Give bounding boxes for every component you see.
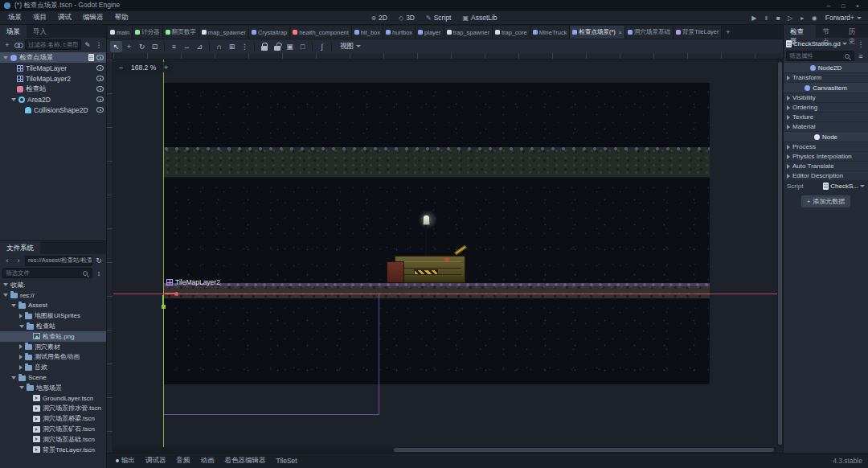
scene-tab[interactable]: 背景TileLayer bbox=[674, 26, 723, 39]
scene-tab[interactable]: 翻页数字 bbox=[163, 26, 199, 39]
panel-audio-button[interactable]: 音频 bbox=[172, 454, 195, 467]
scrollbar-thumb[interactable] bbox=[394, 448, 774, 452]
maximize-button[interactable]: □ bbox=[837, 1, 850, 10]
scene-tree-node[interactable]: CollisionShape2D bbox=[0, 105, 106, 115]
workspace-2d-button[interactable]: ⊕2D bbox=[366, 13, 392, 23]
filesystem-item[interactable]: 背景TileLayer.tscn bbox=[0, 445, 106, 455]
scene-tab-active[interactable]: 检查点场景(*)× bbox=[570, 26, 625, 39]
visibility-toggle-icon[interactable] bbox=[96, 76, 104, 81]
refresh-icon[interactable]: ↻ bbox=[94, 256, 104, 266]
scene-tree-node[interactable]: Area2D bbox=[0, 94, 106, 105]
visibility-toggle-icon[interactable] bbox=[96, 107, 104, 113]
expand-arrow-icon[interactable] bbox=[19, 325, 24, 328]
rotate-tool-button[interactable]: ↻ bbox=[136, 41, 148, 52]
play-custom-scene-button[interactable]: ▸ bbox=[797, 14, 808, 22]
inspector-section[interactable]: Physics Interpolation bbox=[784, 152, 868, 161]
scene-tree-node[interactable]: TileMapLayer bbox=[0, 63, 106, 73]
renderer-dropdown[interactable]: Forward+ bbox=[821, 13, 866, 23]
menu-scene[interactable]: 场景 bbox=[2, 12, 27, 23]
nav-forward-button[interactable]: › bbox=[14, 256, 23, 266]
scene-tab[interactable]: hurtbox bbox=[383, 26, 416, 39]
add-metadata-button[interactable]: +添加元数据 bbox=[801, 195, 851, 207]
panel-animation-button[interactable]: 动画 bbox=[196, 454, 219, 467]
scene-filter-input[interactable] bbox=[28, 41, 78, 48]
tab-import[interactable]: 导入 bbox=[27, 25, 53, 38]
scene-tab[interactable]: 计分器 bbox=[133, 26, 163, 39]
filesystem-item[interactable]: 洞穴场景基础.tscn bbox=[0, 434, 106, 445]
expand-arrow-icon[interactable] bbox=[3, 283, 8, 286]
panel-shader-editor-button[interactable]: 着色器编辑器 bbox=[220, 454, 271, 467]
group-button[interactable]: ▣ bbox=[284, 41, 296, 52]
panel-debugger-button[interactable]: 调试器 bbox=[141, 454, 171, 467]
scene-tab[interactable]: map_spawner bbox=[199, 26, 249, 39]
filesystem-item[interactable]: 地图板UISprites bbox=[0, 310, 106, 321]
move-tool-button[interactable]: + bbox=[123, 41, 135, 52]
property-filter-input[interactable] bbox=[789, 52, 843, 60]
expand-arrow-icon[interactable] bbox=[19, 386, 24, 389]
scene-tab[interactable]: trap_spawner bbox=[444, 26, 493, 39]
visibility-toggle-icon[interactable] bbox=[96, 96, 104, 102]
view-menu-button[interactable]: 视图 bbox=[335, 42, 366, 51]
add-node-button[interactable]: + bbox=[2, 39, 12, 50]
expand-arrow-icon[interactable] bbox=[11, 304, 16, 307]
expand-arrow-icon[interactable] bbox=[19, 314, 23, 318]
visibility-toggle-icon[interactable] bbox=[96, 65, 104, 71]
pause-button[interactable]: ‖ bbox=[761, 14, 772, 22]
workspace-script-button[interactable]: ✎Script bbox=[421, 13, 456, 23]
filesystem-item[interactable]: Scene bbox=[0, 372, 106, 383]
scene-tab[interactable]: trap_core bbox=[493, 26, 530, 39]
tab-history[interactable]: 历史 bbox=[842, 25, 868, 38]
script-value-dropdown[interactable]: CheckS... bbox=[823, 183, 865, 190]
filesystem-item-selected[interactable]: 检查站.png bbox=[0, 331, 106, 342]
tab-filesystem[interactable]: 文件系统 bbox=[0, 241, 40, 254]
filesystem-item[interactable]: 音效 bbox=[0, 362, 106, 372]
scene-tree-node[interactable]: 检查站 bbox=[0, 84, 106, 94]
filesystem-item[interactable]: GroundLayer.tscn bbox=[0, 393, 106, 404]
inspector-section[interactable]: Editor Description bbox=[784, 171, 868, 180]
scene-tree-node-root[interactable]: 检查点场景 bbox=[0, 52, 106, 63]
expand-arrow-icon[interactable] bbox=[11, 98, 16, 101]
path-bar[interactable]: res://Assest/检查站/检查站.pn bbox=[25, 256, 92, 266]
scale-tool-button[interactable]: ⊡ bbox=[149, 41, 161, 52]
zoom-in-button[interactable]: + bbox=[161, 62, 171, 72]
file-filter-input[interactable] bbox=[6, 269, 81, 277]
scene-tab[interactable]: Crystaltrap bbox=[249, 26, 290, 39]
tab-inspector[interactable]: 检查器 bbox=[784, 25, 816, 38]
expand-arrow-icon[interactable] bbox=[19, 355, 23, 359]
horizontal-scrollbar[interactable] bbox=[113, 447, 776, 453]
inspector-section[interactable]: Visibility bbox=[784, 93, 868, 102]
filesystem-item[interactable]: 洞穴场景矿石.tscn bbox=[0, 424, 106, 434]
filesystem-item[interactable]: 洞穴场景排水管.tscn bbox=[0, 404, 106, 414]
zoom-percentage[interactable]: 168.2 % bbox=[128, 63, 159, 72]
unlock-button[interactable] bbox=[271, 41, 283, 52]
inspector-section[interactable]: Ordering bbox=[784, 103, 868, 112]
edited-object-dropdown[interactable]: CheckStation.gd bbox=[786, 40, 854, 47]
lock-button[interactable] bbox=[258, 41, 270, 52]
play-button[interactable]: ▶ bbox=[749, 14, 760, 22]
smart-snap-button[interactable]: ∩ bbox=[213, 41, 225, 52]
panel-output-button[interactable]: 输出 bbox=[111, 454, 140, 467]
tab-scene[interactable]: 场景 bbox=[0, 25, 27, 38]
menu-project[interactable]: 项目 bbox=[27, 12, 52, 23]
filesystem-item[interactable]: Assest bbox=[0, 301, 106, 311]
filesystem-item[interactable]: 地形场景 bbox=[0, 383, 106, 393]
close-tab-icon[interactable]: × bbox=[619, 30, 622, 35]
select-tool-button[interactable]: ↖ bbox=[110, 41, 122, 52]
filesystem-item[interactable]: 检查站 bbox=[0, 321, 106, 331]
filesystem-item[interactable]: 收藏: bbox=[0, 280, 106, 290]
scene-tab[interactable]: player bbox=[416, 26, 444, 39]
workspace-3d-button[interactable]: ◇3D bbox=[394, 13, 420, 23]
ungroup-button[interactable]: □ bbox=[297, 41, 309, 52]
scene-tab[interactable]: 洞穴场景基础 bbox=[625, 26, 674, 39]
inspector-tools-button[interactable]: ⋮ bbox=[856, 39, 866, 49]
attached-script-icon[interactable] bbox=[88, 54, 94, 61]
menu-help[interactable]: 帮助 bbox=[109, 12, 134, 23]
stop-button[interactable]: ■ bbox=[773, 14, 784, 22]
scene-tab[interactable]: MineTruck bbox=[530, 26, 571, 39]
vertical-scrollbar[interactable] bbox=[777, 60, 783, 447]
scene-tree-menu-button[interactable]: ⋮ bbox=[94, 39, 104, 50]
expand-arrow-icon[interactable] bbox=[19, 344, 23, 349]
instance-scene-button[interactable] bbox=[14, 39, 23, 50]
panel-tileset-button[interactable]: TileSet bbox=[272, 455, 302, 466]
expand-arrow-icon[interactable] bbox=[3, 56, 8, 60]
